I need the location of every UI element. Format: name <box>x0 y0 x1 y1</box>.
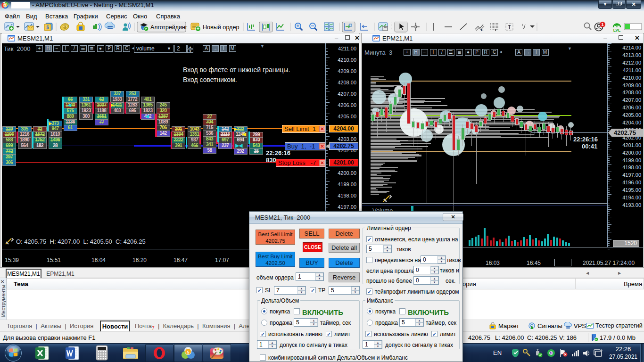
svg-text:LVL: LVL <box>613 28 620 33</box>
svg-text:F: F <box>495 28 497 32</box>
svg-text:5: 5 <box>4 4 6 7</box>
svg-text:Алготрейдинг: Алготрейдинг <box>150 24 188 31</box>
svg-text:5: 5 <box>187 350 189 354</box>
svg-text:1: 1 <box>601 22 603 27</box>
svg-text:Новый ордер: Новый ордер <box>203 24 239 31</box>
svg-text:5: 5 <box>64 25 66 28</box>
svg-text:$: $ <box>46 25 49 30</box>
svg-text:4: 4 <box>550 352 552 355</box>
svg-text:T: T <box>508 25 511 30</box>
svg-text:E: E <box>481 28 484 32</box>
